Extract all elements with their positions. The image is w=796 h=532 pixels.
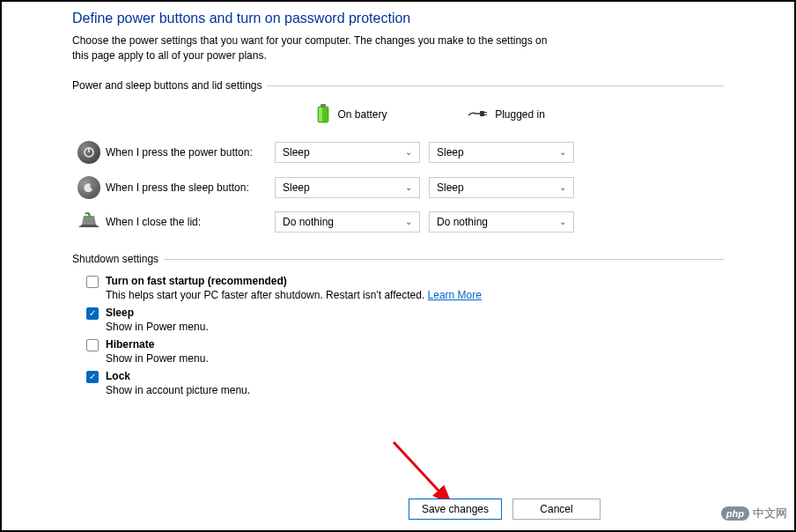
chevron-down-icon: ⌄	[405, 147, 412, 157]
power-button-icon	[77, 141, 100, 164]
battery-icon	[316, 104, 330, 126]
fast-startup-description: This helps start your PC faster after sh…	[106, 289, 482, 301]
hibernate-label: Hibernate	[106, 338, 209, 351]
section-power-sleep-label: Power and sleep buttons and lid settings	[72, 79, 267, 92]
svg-rect-3	[480, 111, 484, 116]
lock-description: Show in account picture menu.	[106, 384, 250, 396]
sleep-checkbox[interactable]	[86, 307, 99, 320]
power-button-plugged-dropdown[interactable]: Sleep ⌄	[429, 142, 574, 163]
close-lid-plugged-dropdown[interactable]: Do nothing ⌄	[429, 211, 574, 233]
sleep-button-plugged-dropdown[interactable]: Sleep ⌄	[429, 177, 574, 198]
svg-rect-2	[319, 107, 322, 122]
lock-checkbox[interactable]	[86, 371, 99, 383]
chevron-down-icon: ⌄	[559, 147, 566, 157]
sleep-button-battery-dropdown[interactable]: Sleep ⌄	[275, 177, 420, 198]
page-title: Define power buttons and turn on passwor…	[72, 11, 724, 26]
hibernate-description: Show in Power menu.	[106, 352, 209, 365]
sleep-label: Sleep	[106, 307, 209, 319]
chevron-down-icon: ⌄	[405, 182, 412, 192]
column-on-battery: On battery	[275, 104, 429, 126]
sleep-button-icon	[77, 176, 100, 199]
power-button-battery-dropdown[interactable]: Sleep ⌄	[275, 142, 420, 163]
close-lid-battery-dropdown[interactable]: Do nothing ⌄	[275, 211, 420, 233]
svg-rect-0	[321, 104, 326, 107]
fast-startup-label: Turn on fast startup (recommended)	[106, 275, 482, 287]
cancel-button[interactable]: Cancel	[512, 499, 601, 520]
learn-more-link[interactable]: Learn More	[428, 289, 482, 301]
hibernate-checkbox[interactable]	[86, 339, 99, 351]
lid-icon	[77, 212, 101, 231]
chevron-down-icon: ⌄	[559, 217, 566, 226]
chevron-down-icon: ⌄	[559, 182, 566, 192]
page-description: Choose the power settings that you want …	[72, 33, 565, 63]
lock-label: Lock	[106, 370, 250, 382]
sleep-button-label: When I press the sleep button:	[106, 181, 275, 194]
save-changes-button[interactable]: Save changes	[409, 499, 502, 520]
svg-line-8	[394, 442, 451, 504]
watermark: php 中文网	[721, 506, 787, 521]
section-shutdown-label: Shutdown settings	[72, 253, 164, 265]
column-plugged-in: Plugged in	[429, 108, 583, 122]
power-button-label: When I press the power button:	[106, 146, 275, 159]
plug-icon	[467, 108, 488, 122]
chevron-down-icon: ⌄	[405, 217, 412, 226]
sleep-description: Show in Power menu.	[106, 321, 209, 333]
fast-startup-checkbox[interactable]	[86, 276, 99, 288]
close-lid-label: When I close the lid:	[106, 216, 275, 228]
